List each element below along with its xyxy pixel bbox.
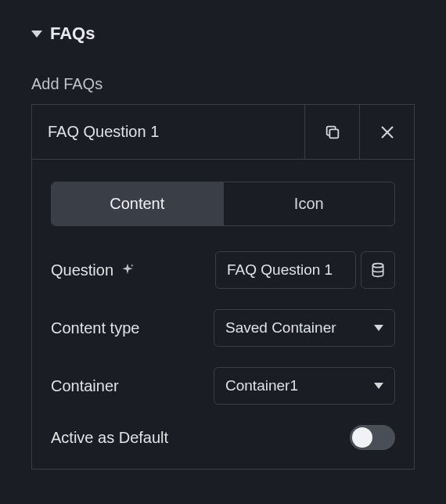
field-label-container: Container	[51, 377, 119, 395]
faq-item-body: Content Icon Question	[32, 160, 414, 469]
question-label-text: Question	[51, 261, 113, 279]
question-input[interactable]	[215, 251, 356, 289]
active-default-toggle[interactable]	[350, 425, 395, 450]
tab-icon[interactable]: Icon	[223, 182, 395, 225]
field-label-active-default: Active as Default	[51, 429, 168, 447]
close-icon	[379, 124, 396, 141]
content-type-value: Saved Container	[225, 319, 336, 337]
section-label-add-faqs: Add FAQs	[31, 75, 415, 93]
field-row-container: Container Container1	[51, 367, 395, 405]
faq-item-header: FAQ Question 1	[32, 105, 414, 160]
question-input-group	[215, 251, 395, 289]
container-select[interactable]: Container1	[214, 367, 395, 405]
dynamic-data-button[interactable]	[361, 251, 395, 289]
faq-item-card: FAQ Question 1 Content Icon Question	[31, 104, 415, 470]
copy-icon	[324, 124, 341, 141]
content-type-select[interactable]: Saved Container	[214, 309, 395, 347]
field-row-question: Question	[51, 251, 395, 289]
container-value: Container1	[225, 377, 298, 394]
sparkle-icon	[120, 262, 135, 278]
svg-rect-0	[329, 129, 338, 138]
chevron-down-icon	[31, 31, 42, 38]
field-row-content-type: Content type Saved Container	[51, 309, 395, 347]
duplicate-button[interactable]	[304, 105, 359, 159]
chevron-down-icon	[374, 325, 383, 331]
accordion-header-faqs[interactable]: FAQs	[31, 23, 415, 44]
tab-group: Content Icon	[51, 182, 395, 226]
field-label-content-type: Content type	[51, 319, 139, 337]
toggle-knob	[352, 427, 372, 448]
accordion-title: FAQs	[50, 23, 95, 44]
field-label-question: Question	[51, 261, 135, 279]
database-icon	[370, 262, 386, 278]
faq-item-title[interactable]: FAQ Question 1	[32, 105, 304, 159]
remove-button[interactable]	[359, 105, 414, 159]
chevron-down-icon	[374, 383, 383, 389]
field-row-active-default: Active as Default	[51, 425, 395, 450]
tab-content[interactable]: Content	[52, 182, 223, 225]
svg-point-3	[372, 264, 383, 268]
